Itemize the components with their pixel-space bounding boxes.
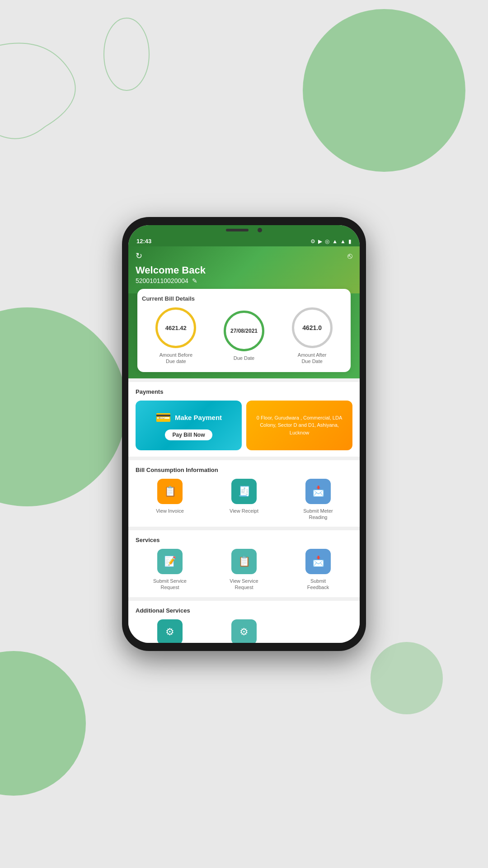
status-icons: ⚙ ▶ ◎ ▲ ▲ ▮ [310, 238, 352, 245]
amount-after-item: 4621.0 Amount AfterDue Date [292, 307, 333, 365]
battery-icon: ▮ [348, 238, 352, 245]
amount-after-label: Amount AfterDue Date [298, 352, 327, 365]
additional-icon-1: ⚙ [157, 619, 183, 643]
view-service-icon-box: 📋 [231, 549, 257, 574]
account-row: 520010110020004 ✎ [136, 277, 352, 284]
phone-frame: 12:43 ⚙ ▶ ◎ ▲ ▲ ▮ ↻ ⎋ Welcome Back [122, 217, 366, 651]
additional-services-section: Additional Services ⚙ ⚙ [128, 601, 360, 643]
amount-before-value: 4621.42 [165, 325, 187, 331]
view-invoice-icon: 📋 [164, 486, 176, 497]
bill-consumption-grid: 📋 View Invoice 🧾 View Receipt [136, 479, 352, 521]
view-invoice-label: View Invoice [156, 508, 184, 514]
submit-feedback-item[interactable]: 📩 SubmitFeedback [284, 549, 352, 591]
make-payment-card[interactable]: 💳 Make Payment Pay Bill Now [136, 401, 242, 450]
submit-service-icon: 📝 [164, 556, 176, 567]
view-receipt-icon-box: 🧾 [231, 479, 257, 504]
view-service-request-item[interactable]: 📋 View ServiceRequest [210, 549, 278, 591]
submit-service-request-item[interactable]: 📝 Submit ServiceRequest [136, 549, 204, 591]
view-receipt-icon: 🧾 [238, 486, 250, 497]
logout-icon[interactable]: ⎋ [347, 251, 352, 261]
services-section-title: Services [136, 537, 352, 543]
submit-meter-item[interactable]: 📩 Submit MeterReading [284, 479, 352, 521]
welcome-text: Welcome Back [136, 264, 352, 276]
services-grid: 📝 Submit ServiceRequest 📋 View ServiceRe… [136, 549, 352, 591]
bill-details-card: Current Bill Details 4621.42 Amount Befo… [137, 289, 351, 372]
due-date-label: Due Date [234, 355, 254, 361]
additional-icon-2: ⚙ [231, 619, 257, 643]
pay-icon-area: 💳 Make Payment [155, 410, 222, 425]
submit-feedback-label: SubmitFeedback [307, 578, 329, 591]
additional-item-3 [284, 619, 352, 643]
services-section: Services 📝 Submit ServiceRequest 📋 [128, 530, 360, 597]
settings-icon: ⚙ [310, 238, 315, 245]
due-date-value: 27/08/2021 [230, 328, 258, 334]
due-date-item: 27/08/2021 Due Date [224, 311, 264, 361]
svg-point-2 [0, 651, 86, 796]
bill-consumption-section: Bill Consumption Information 📋 View Invo… [128, 460, 360, 527]
bill-card-title: Current Bill Details [142, 295, 346, 302]
amount-before-item: 4621.42 Amount BeforeDue date [155, 307, 196, 365]
play-icon: ▶ [318, 238, 322, 245]
pay-bill-now-button[interactable]: Pay Bill Now [165, 429, 212, 440]
payments-row: 💳 Make Payment Pay Bill Now 0 Floor, Gur… [136, 401, 352, 450]
view-service-icon: 📋 [238, 556, 250, 567]
phone-screen: 12:43 ⚙ ▶ ◎ ▲ ▲ ▮ ↻ ⎋ Welcome Back [128, 225, 360, 643]
due-date-ring: 27/08/2021 [224, 311, 264, 351]
scroll-content[interactable]: Payments 💳 Make Payment Pay Bill Now 0 F… [128, 378, 360, 643]
additional-item-1[interactable]: ⚙ [136, 619, 204, 643]
submit-service-icon-box: 📝 [157, 549, 183, 574]
amount-after-ring: 4621.0 [292, 307, 333, 348]
wifi-icon: ▲ [332, 238, 338, 245]
payments-section-title: Payments [136, 388, 352, 395]
amount-before-label: Amount BeforeDue date [160, 352, 192, 365]
signal-icon: ▲ [340, 238, 346, 245]
submit-meter-label: Submit MeterReading [303, 508, 333, 521]
payments-section: Payments 💳 Make Payment Pay Bill Now 0 F… [128, 382, 360, 457]
front-camera [258, 228, 262, 232]
submit-feedback-icon-box: 📩 [305, 549, 331, 574]
account-number: 520010110020004 [136, 277, 188, 284]
nfc-icon: ◎ [325, 238, 329, 245]
view-invoice-icon-box: 📋 [157, 479, 183, 504]
app-header: ↻ ⎋ Welcome Back 520010110020004 ✎ [128, 246, 360, 293]
additional-services-row: ⚙ ⚙ [136, 619, 352, 643]
view-invoice-item[interactable]: 📋 View Invoice [136, 479, 204, 521]
amount-after-value: 4621.0 [302, 324, 322, 331]
address-card: 0 Floor, Gurudwara , Commercial, LDA Col… [246, 401, 352, 450]
header-top: ↻ ⎋ [136, 251, 352, 261]
svg-point-3 [371, 642, 443, 714]
amount-before-ring: 4621.42 [155, 307, 196, 348]
edit-icon[interactable]: ✎ [192, 277, 197, 284]
svg-point-4 [104, 18, 149, 90]
bill-circles: 4621.42 Amount BeforeDue date 27/08/2021… [142, 307, 346, 365]
submit-meter-icon-box: 📩 [305, 479, 331, 504]
status-bar: 12:43 ⚙ ▶ ◎ ▲ ▲ ▮ [128, 234, 360, 246]
payment-card-icon: 💳 [155, 410, 171, 425]
submit-feedback-icon: 📩 [312, 556, 324, 567]
make-payment-title: Make Payment [175, 414, 222, 421]
svg-point-0 [303, 9, 465, 172]
refresh-icon[interactable]: ↻ [136, 251, 142, 261]
submit-meter-icon: 📩 [312, 486, 324, 497]
svg-point-1 [0, 307, 127, 506]
notch-area [128, 225, 360, 234]
additional-services-title: Additional Services [136, 607, 352, 614]
bill-consumption-title: Bill Consumption Information [136, 467, 352, 473]
speaker [226, 229, 249, 231]
address-text: 0 Floor, Gurudwara , Commercial, LDA Col… [252, 414, 347, 437]
submit-service-label: Submit ServiceRequest [153, 578, 187, 591]
phone-wrapper: 12:43 ⚙ ▶ ◎ ▲ ▲ ▮ ↻ ⎋ Welcome Back [122, 217, 366, 651]
view-receipt-label: View Receipt [230, 508, 258, 514]
view-service-label: View ServiceRequest [230, 578, 258, 591]
view-receipt-item[interactable]: 🧾 View Receipt [210, 479, 278, 521]
additional-item-2[interactable]: ⚙ [210, 619, 278, 643]
status-time: 12:43 [136, 238, 151, 245]
